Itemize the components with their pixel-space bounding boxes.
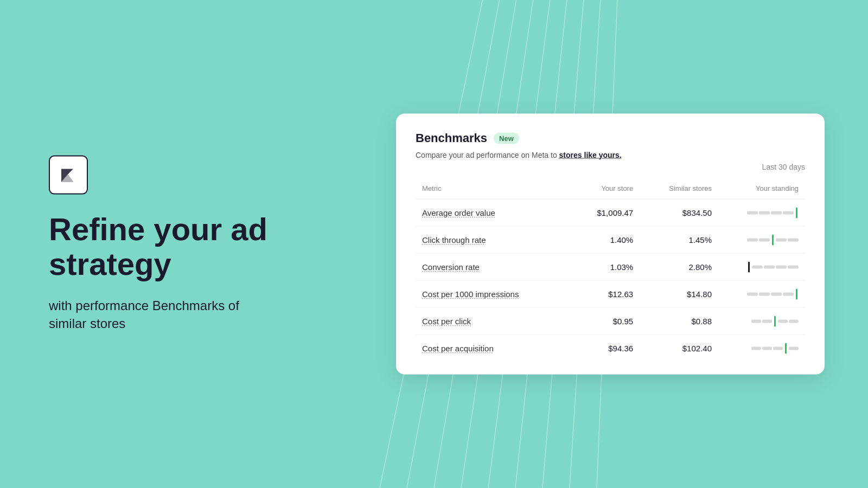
- bar-marker: [748, 261, 750, 272]
- metric-name: Conversion rate: [422, 262, 480, 272]
- standing-cell: [718, 307, 805, 335]
- left-panel: Refine your ad strategy with performance…: [49, 156, 277, 333]
- standing-cell: [718, 335, 805, 362]
- subtitle-plain: Compare your ad performance on Meta to: [416, 151, 559, 159]
- similar-stores-value: 2.80%: [640, 253, 718, 280]
- bar-segment: [776, 238, 787, 241]
- logo-box: [49, 156, 88, 195]
- bar-segment: [759, 211, 770, 214]
- standing-cell: [718, 253, 805, 280]
- col-your-standing: Your standing: [718, 180, 805, 200]
- header-row: Metric Your store Similar stores Your st…: [416, 180, 805, 200]
- card-header: Benchmarks New: [416, 131, 805, 145]
- table-row: Average order value$1,009.47$834.50: [416, 199, 805, 226]
- metric-name: Cost per 1000 impressions: [422, 290, 519, 299]
- standing-cell: [718, 280, 805, 307]
- table-row: Cost per 1000 impressions$12.63$14.80: [416, 280, 805, 307]
- bar-segment: [789, 346, 799, 350]
- bar-marker: [796, 288, 797, 299]
- subtitle-bold: stores like yours.: [559, 151, 622, 159]
- table-row: Conversion rate1.03%2.80%: [416, 253, 805, 280]
- bar-segment: [783, 292, 794, 296]
- bar-segment: [789, 319, 799, 323]
- bar-segment: [751, 319, 761, 323]
- bar-segment: [776, 265, 787, 268]
- bar-segment: [762, 319, 772, 323]
- headline: Refine your ad strategy: [49, 212, 277, 281]
- col-metric: Metric: [416, 180, 570, 200]
- bar-marker: [796, 207, 797, 218]
- your-store-value: 1.03%: [570, 253, 640, 280]
- benchmarks-card: Benchmarks New Compare your ad performan…: [396, 114, 825, 375]
- standing-bar: [725, 235, 799, 244]
- subtext: with performance Benchmarks of similar s…: [49, 296, 255, 332]
- table-row: Cost per click$0.95$0.88: [416, 307, 805, 335]
- standing-cell: [718, 199, 805, 226]
- bar-segment: [783, 211, 794, 214]
- your-store-value: $94.36: [570, 335, 640, 362]
- standing-bar: [725, 208, 799, 217]
- bar-segment: [752, 265, 763, 268]
- bar-segment: [751, 346, 761, 350]
- similar-stores-value: 1.45%: [640, 226, 718, 253]
- bar-segment: [773, 346, 783, 350]
- table-row: Click through rate1.40%1.45%: [416, 226, 805, 253]
- col-your-store: Your store: [570, 180, 640, 200]
- your-store-value: $0.95: [570, 307, 640, 335]
- metric-name: Click through rate: [422, 235, 486, 245]
- bar-segment: [759, 238, 770, 241]
- metric-name: Average order value: [422, 208, 495, 217]
- new-badge: New: [494, 132, 519, 144]
- bar-segment: [771, 211, 782, 214]
- standing-bar: [725, 317, 799, 325]
- bar-segment: [747, 211, 758, 214]
- similar-stores-value: $834.50: [640, 199, 718, 226]
- bar-segment: [771, 292, 782, 296]
- table-row: Cost per acquisition$94.36$102.40: [416, 335, 805, 362]
- bar-segment: [759, 292, 770, 296]
- metric-name: Cost per click: [422, 317, 471, 326]
- standing-bar: [725, 262, 799, 271]
- bar-segment: [778, 319, 788, 323]
- bar-segment: [788, 238, 799, 241]
- similar-stores-value: $14.80: [640, 280, 718, 307]
- table-body: Average order value$1,009.47$834.50Click…: [416, 199, 805, 362]
- bar-segment: [764, 265, 775, 268]
- bar-segment: [747, 292, 758, 296]
- bar-marker: [774, 316, 776, 326]
- col-similar-stores: Similar stores: [640, 180, 718, 200]
- your-store-value: $1,009.47: [570, 199, 640, 226]
- metric-name: Cost per acquisition: [422, 344, 494, 353]
- table-header: Metric Your store Similar stores Your st…: [416, 180, 805, 200]
- standing-cell: [718, 226, 805, 253]
- bar-marker: [785, 343, 787, 354]
- standing-bar: [725, 344, 799, 352]
- card-period: Last 30 days: [416, 163, 805, 171]
- your-store-value: 1.40%: [570, 226, 640, 253]
- similar-stores-value: $0.88: [640, 307, 718, 335]
- benchmarks-table: Metric Your store Similar stores Your st…: [416, 180, 805, 362]
- bar-segment: [762, 346, 772, 350]
- bar-marker: [772, 234, 774, 245]
- standing-bar: [725, 290, 799, 298]
- your-store-value: $12.63: [570, 280, 640, 307]
- bar-segment: [747, 238, 758, 241]
- logo-icon: [57, 164, 80, 187]
- similar-stores-value: $102.40: [640, 335, 718, 362]
- bar-segment: [788, 265, 799, 268]
- card-subtitle: Compare your ad performance on Meta to s…: [416, 151, 805, 159]
- card-title: Benchmarks: [416, 131, 487, 145]
